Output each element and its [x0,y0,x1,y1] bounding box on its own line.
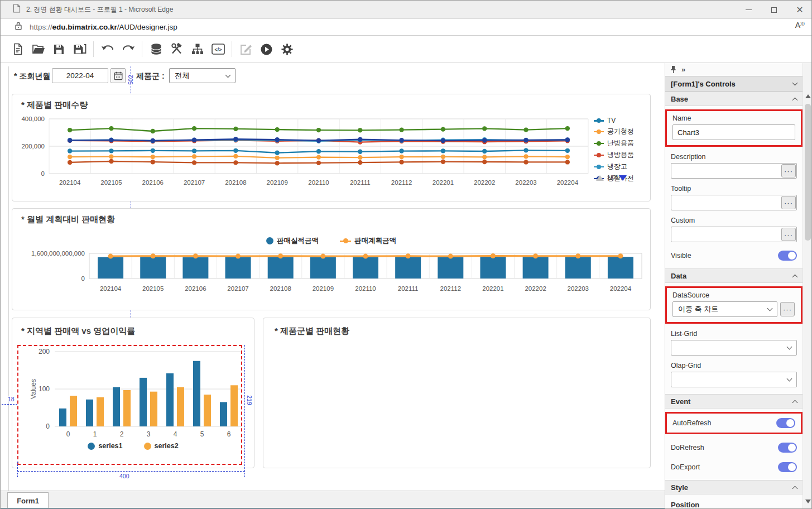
section-base[interactable]: Base [665,92,803,106]
svg-text:202202: 202202 [525,285,546,292]
name-label: Name [672,114,795,122]
svg-text:202201: 202201 [482,285,503,292]
listgrid-select[interactable] [671,340,797,356]
maximize-button[interactable] [761,1,787,19]
tooltip-ellipsis-button[interactable]: ··· [781,196,796,209]
chart1-title: * 제품별 판매수량 [21,100,88,111]
settings-button[interactable] [277,39,297,59]
visible-label: Visible [671,252,691,260]
chevron-down-icon [792,80,798,86]
visible-toggle[interactable] [778,251,797,261]
legend-item[interactable]: 냉방용품 [594,150,650,160]
legend-marker [340,238,351,243]
new-file-button[interactable] [7,39,28,59]
redo-icon [122,44,135,54]
tools-button[interactable] [166,39,187,59]
save-icon [53,44,65,55]
position-label: Position [671,501,797,509]
database-icon [150,43,162,55]
pin-icon[interactable] [670,65,677,74]
custom-input[interactable]: ··· [671,227,797,242]
svg-text:202111: 202111 [350,179,371,186]
chevron-down-icon [787,344,792,350]
legend-page-down-icon[interactable] [619,175,627,181]
datasource-ellipsis-button[interactable]: ··· [780,302,795,316]
legend-page-indicator: 1/2 [607,174,616,182]
scroll-down-icon[interactable] [805,500,811,503]
controls-header[interactable]: [Form1]'s Controls [665,76,803,92]
svg-text:202203: 202203 [515,179,536,186]
olapgrid-label: Olap-Grid [671,362,797,369]
run-button[interactable] [256,39,277,59]
legend-item[interactable]: 판매실적금액 [266,236,319,246]
legend-item[interactable]: TV [594,117,650,124]
save-all-button[interactable] [69,39,90,59]
svg-text:202104: 202104 [100,285,122,292]
svg-text:202112: 202112 [440,285,462,292]
legend-marker [594,153,604,157]
svg-text:202106: 202106 [185,285,206,292]
product-sales-chart-panel: * 제품별 판매수량 400,000200,000020210420210520… [12,94,651,201]
chevron-up-icon [792,97,798,103]
redo-button[interactable] [118,39,138,59]
hierarchy-icon [191,43,204,55]
minimize-button[interactable] [736,1,761,19]
description-input[interactable]: ··· [671,163,797,179]
hierarchy-button[interactable] [187,39,208,59]
datasource-button[interactable] [146,39,166,59]
edit-button[interactable] [236,39,256,59]
doexport-toggle[interactable] [778,462,797,472]
svg-text:</>: </> [214,47,222,52]
svg-text:202201: 202201 [433,179,454,186]
product-filter-select[interactable]: 전체 [169,68,236,83]
address-bar[interactable]: https://edu.bimatrix.co.kr/AUD/designer.… [1,19,812,36]
section-style[interactable]: Style [665,480,803,494]
chevron-down-icon [767,306,773,311]
legend-item[interactable]: 냉장고 [594,162,650,171]
svg-text:202110: 202110 [355,285,376,292]
product-filter-label: 제품군 : [136,71,165,81]
legend-item[interactable]: 공기청정 [594,127,650,136]
calendar-button[interactable] [110,68,126,83]
datasource-field-highlight: DataSource 이중 축 차트 ··· [665,286,803,324]
date-filter-label: * 조회년월 : [14,71,55,81]
tooltip-input[interactable]: ··· [671,195,797,210]
legend-page-up-icon[interactable] [596,175,604,181]
svg-text:202106: 202106 [142,179,164,186]
olapgrid-select[interactable] [671,372,797,387]
play-icon [260,43,273,56]
open-file-button[interactable] [28,39,49,59]
autorefresh-label: AutoRefresh [672,419,711,427]
datasource-select[interactable]: 이중 축 차트 [672,301,777,317]
section-event[interactable]: Event [665,394,803,409]
save-button[interactable] [49,39,69,59]
collapse-panel-icon[interactable]: » [681,65,685,74]
chevron-up-icon [792,274,798,280]
description-ellipsis-button[interactable]: ··· [781,164,796,177]
scroll-up-icon[interactable] [805,94,811,98]
read-aloud-icon[interactable]: A))) [795,21,805,30]
custom-ellipsis-button[interactable]: ··· [781,228,796,241]
monthly-plan-chart-panel: * 월별 계획대비 판매현황 판매실적금액판매계획금액 1,600,000,00… [12,208,651,310]
dorefresh-toggle[interactable] [778,443,797,453]
window-title: 2. 경영 현황 대시보드 - 프로필 1 - Microsoft Edge [26,5,173,15]
scrollbar-thumb[interactable] [805,104,811,241]
section-data[interactable]: Data [665,268,803,283]
svg-text:202107: 202107 [184,179,205,186]
width-measure-tick [17,462,18,477]
legend-item[interactable]: 판매계획금액 [340,236,396,246]
name-input[interactable]: Chart3 [672,124,795,140]
vertical-scrollbar[interactable] [803,63,812,509]
name-field-highlight: Name Chart3 [665,109,803,147]
tab-form1[interactable]: Form1 [7,492,49,508]
product-sales-line-chart: 400,000200,00002021042021052021062021072… [17,114,592,188]
width-measure-value: 400 [119,473,130,479]
legend-item[interactable]: 난방용품 [594,138,650,148]
date-filter-input[interactable]: 2022-04 [52,68,108,83]
autorefresh-toggle[interactable] [776,418,795,428]
undo-button[interactable] [97,39,118,59]
script-button[interactable]: </> [208,39,228,59]
height-measure-guide [244,345,245,477]
close-button[interactable]: ✕ [787,1,812,19]
chart3-selection-rect[interactable] [17,345,242,465]
